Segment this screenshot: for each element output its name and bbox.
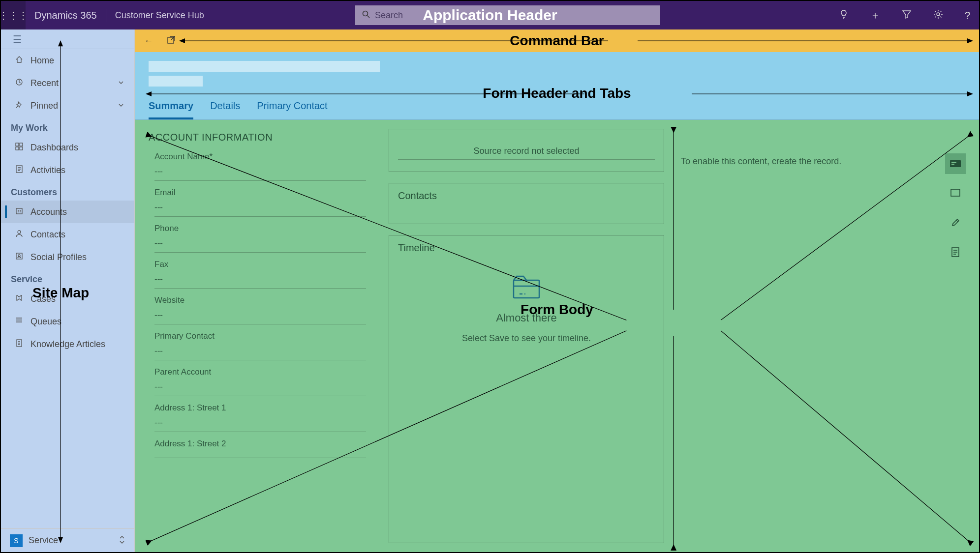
contacts-title: Contacts	[398, 190, 655, 202]
assistant-tab[interactable]	[945, 153, 966, 174]
field-value: ---	[154, 382, 366, 396]
sidebar-item-queues[interactable]: Queues	[1, 310, 134, 333]
form-header: Form Header and Tabs SummaryDetailsPrima…	[135, 52, 979, 120]
field-account-name-[interactable]: Account Name*---	[145, 148, 376, 184]
sidebar-item-social-profiles[interactable]: Social Profiles	[1, 246, 134, 268]
dash-icon	[13, 143, 26, 152]
field-label: Parent Account	[154, 367, 366, 377]
header-actions: ＋ ?	[839, 9, 970, 22]
panel-tab-2[interactable]	[945, 183, 966, 204]
field-value: ---	[154, 274, 366, 289]
field-label: Website	[154, 295, 366, 305]
field-label: Email	[154, 188, 366, 198]
help-icon[interactable]: ?	[965, 10, 970, 21]
svg-rect-9	[16, 147, 19, 150]
command-bar: ← Command Bar	[135, 29, 979, 52]
sidebar-item-pinned[interactable]: Pinned	[1, 94, 134, 117]
tab-primary-contact[interactable]: Primary Contact	[257, 100, 327, 119]
chevron-updown-icon	[119, 535, 125, 546]
field-address-1-street-1[interactable]: Address 1: Street 1---	[145, 399, 376, 435]
field-address-1-street-2[interactable]: Address 1: Street 2	[145, 435, 376, 461]
sidebar-item-dashboards[interactable]: Dashboards	[1, 136, 134, 159]
svg-rect-36	[951, 189, 960, 196]
sidebar-item-label: Pinned	[31, 101, 58, 111]
chevron-down-icon	[118, 101, 124, 111]
svg-marker-25	[967, 91, 973, 96]
timeline-empty-icon	[511, 273, 542, 303]
field-primary-contact[interactable]: Primary Contact---	[145, 327, 376, 363]
sidebar-item-home[interactable]: Home	[1, 49, 134, 72]
svg-rect-35	[951, 164, 954, 165]
area-label: Service	[29, 535, 58, 546]
sidebar-item-label: Cases	[31, 294, 56, 304]
svg-rect-7	[16, 143, 19, 146]
tab-details[interactable]: Details	[210, 100, 240, 119]
add-icon[interactable]: ＋	[870, 9, 880, 22]
area-switcher[interactable]: S Service	[1, 528, 134, 552]
record-subtitle-placeholder	[149, 76, 203, 87]
app-name-label[interactable]: Customer Service Hub	[106, 10, 204, 21]
field-label: Fax	[154, 260, 366, 269]
brand-label[interactable]: Dynamics 365	[26, 9, 106, 22]
act-icon	[13, 165, 26, 175]
pin-icon	[13, 101, 26, 111]
svg-rect-32	[514, 280, 539, 298]
acct-icon	[13, 207, 26, 217]
sidebar-item-label: Activities	[31, 165, 65, 175]
source-empty-text: Source record not selected	[398, 136, 655, 160]
filter-icon[interactable]	[902, 9, 912, 22]
timeline-title: Timeline	[398, 242, 655, 254]
area-badge: S	[10, 534, 23, 547]
svg-point-13	[18, 231, 21, 233]
form-column-1: ACCOUNT INFORMATION Account Name*---Emai…	[145, 129, 376, 543]
chevron-down-icon	[118, 78, 124, 88]
field-label: Address 1: Street 2	[154, 439, 366, 449]
field-value: ---	[154, 167, 366, 181]
tab-summary[interactable]: Summary	[149, 100, 193, 119]
field-parent-account[interactable]: Parent Account---	[145, 363, 376, 399]
contacts-panel: Contacts	[389, 183, 664, 224]
social-icon	[13, 252, 26, 262]
section-title: ACCOUNT INFORMATION	[149, 132, 376, 143]
sidebar-item-label: Knowledge Articles	[31, 339, 105, 349]
svg-rect-34	[951, 162, 956, 163]
field-email[interactable]: Email---	[145, 184, 376, 220]
sidebar-toggle[interactable]: ☰	[1, 29, 134, 49]
sidebar-item-label: Accounts	[31, 207, 67, 217]
svg-marker-21	[967, 38, 973, 43]
sidebar-item-recent[interactable]: Recent	[1, 72, 134, 94]
field-value: ---	[154, 310, 366, 324]
sidebar-item-cases[interactable]: Cases	[1, 288, 134, 310]
field-phone[interactable]: Phone---	[145, 220, 376, 256]
panel-tab-3[interactable]	[945, 212, 966, 233]
field-value: ---	[154, 238, 366, 253]
form-tabs: SummaryDetailsPrimary Contact	[149, 100, 965, 119]
form-column-3: To enable this content, create the recor…	[677, 129, 969, 543]
panel-tab-4[interactable]	[945, 242, 966, 262]
gear-icon[interactable]	[933, 9, 943, 22]
sidebar-item-knowledge-articles[interactable]: Knowledge Articles	[1, 333, 134, 355]
svg-rect-12	[16, 208, 22, 214]
sidebar-item-contacts[interactable]: Contacts	[1, 223, 134, 246]
field-fax[interactable]: Fax---	[145, 256, 376, 291]
search-icon	[362, 10, 370, 21]
back-button[interactable]: ←	[142, 36, 155, 46]
field-website[interactable]: Website---	[145, 291, 376, 327]
search-placeholder: Search	[375, 10, 403, 21]
field-label: Phone	[154, 224, 366, 233]
form-column-2: Source record not selected Contacts Time…	[389, 129, 664, 543]
sidebar-group-service: Service	[1, 268, 134, 288]
case-icon	[13, 294, 26, 304]
sidebar-item-activities[interactable]: Activities	[1, 159, 134, 181]
record-title-placeholder	[149, 61, 380, 72]
field-value: ---	[154, 418, 366, 432]
application-header: ⋮⋮⋮ Dynamics 365 Customer Service Hub Se…	[1, 1, 979, 29]
app-launcher-button[interactable]: ⋮⋮⋮	[1, 1, 26, 29]
svg-marker-19	[179, 38, 185, 43]
lightbulb-icon[interactable]	[839, 9, 849, 22]
open-new-window-button[interactable]	[164, 35, 178, 47]
svg-rect-10	[20, 147, 23, 150]
sidebar-item-accounts[interactable]: Accounts	[1, 201, 134, 223]
global-search[interactable]: Search	[355, 5, 660, 25]
field-label: Address 1: Street 1	[154, 403, 366, 413]
